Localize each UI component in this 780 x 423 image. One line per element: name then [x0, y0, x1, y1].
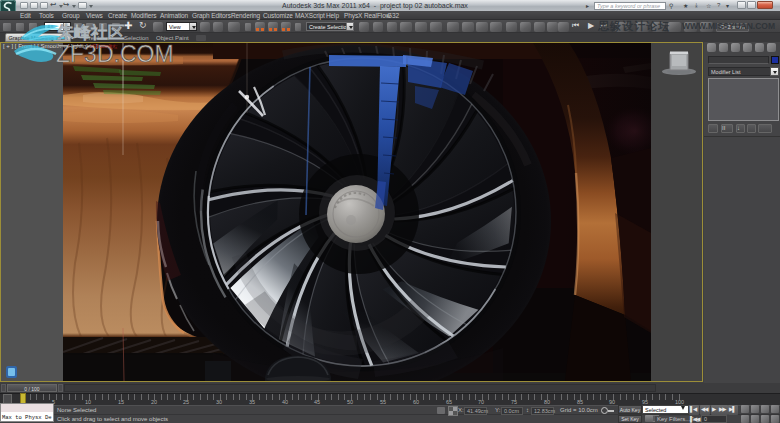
- svg-text:朱峰社区: 朱峰社区: [56, 23, 124, 42]
